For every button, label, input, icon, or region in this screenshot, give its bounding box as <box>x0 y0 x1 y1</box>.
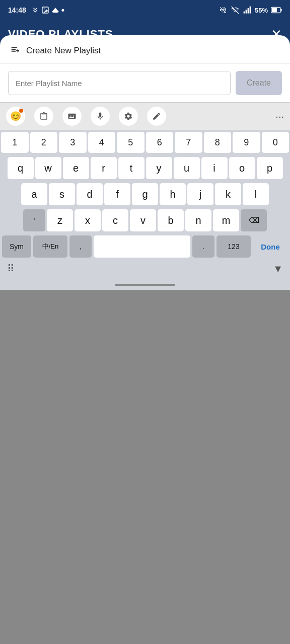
key-6[interactable]: 6 <box>146 132 174 153</box>
key-1[interactable]: 1 <box>1 132 29 153</box>
key-2[interactable]: 2 <box>30 132 58 153</box>
key-y[interactable]: y <box>146 157 172 179</box>
period-key[interactable]: . <box>192 235 214 258</box>
key-d[interactable]: d <box>77 183 103 205</box>
main-content: Create New Playlist No Playlists found. … <box>0 48 290 290</box>
key-l[interactable]: l <box>243 183 269 205</box>
key-n[interactable]: n <box>185 209 211 231</box>
letter-row-2: a s d f g h j k l <box>0 181 290 207</box>
key-j[interactable]: j <box>187 183 213 205</box>
key-a[interactable]: a <box>21 183 47 205</box>
status-time: 14:48 • <box>8 5 64 16</box>
keyboard-nav: ⠿ ▼ <box>0 260 290 280</box>
keyboard-grid-icon[interactable]: ⠿ <box>7 263 15 275</box>
mute-icon <box>219 6 228 14</box>
battery-icon <box>271 7 282 14</box>
svg-rect-6 <box>250 7 251 14</box>
bottom-sheet: Create New Playlist Create 😊 <box>0 35 290 290</box>
key-s[interactable]: s <box>49 183 75 205</box>
key-3[interactable]: 3 <box>59 132 87 153</box>
keyboard-toolbar: 😊 ··· <box>0 102 290 130</box>
sheet-title: Create New Playlist <box>26 46 101 56</box>
status-icons: 55% <box>219 6 282 14</box>
key-4[interactable]: 4 <box>88 132 116 153</box>
key-o[interactable]: o <box>229 157 255 179</box>
status-bar: 14:48 • 55% <box>0 0 290 20</box>
done-key[interactable]: Done <box>253 235 288 258</box>
key-k[interactable]: k <box>215 183 241 205</box>
wifi-icon <box>231 6 240 14</box>
playlist-name-input[interactable] <box>8 71 231 95</box>
svg-rect-4 <box>246 10 247 13</box>
mic-button[interactable] <box>91 107 110 126</box>
emoji-dot <box>19 109 23 113</box>
key-r[interactable]: r <box>91 157 117 179</box>
key-v[interactable]: v <box>130 209 156 231</box>
svg-rect-9 <box>280 9 281 11</box>
key-i[interactable]: i <box>201 157 228 179</box>
home-indicator <box>0 280 290 290</box>
key-f[interactable]: f <box>104 183 130 205</box>
backspace-key[interactable]: ⌫ <box>241 209 267 231</box>
settings-button[interactable] <box>119 107 138 126</box>
key-b[interactable]: b <box>158 209 184 231</box>
sheet-playlist-icon <box>10 44 21 57</box>
key-h[interactable]: h <box>160 183 186 205</box>
battery-display: 55% <box>255 7 268 14</box>
comma-key[interactable]: , <box>69 235 92 258</box>
gallery-icon <box>41 6 49 14</box>
key-x[interactable]: x <box>75 209 101 231</box>
svg-rect-8 <box>272 8 277 12</box>
key-p[interactable]: p <box>257 157 283 179</box>
key-w[interactable]: w <box>35 157 61 179</box>
num-key[interactable]: 123 <box>216 235 251 258</box>
key-c[interactable]: c <box>102 209 128 231</box>
key-m[interactable]: m <box>213 209 239 231</box>
key-0[interactable]: 0 <box>262 132 289 153</box>
notification-icon <box>31 6 39 14</box>
key-5[interactable]: 5 <box>117 132 144 153</box>
keyboard-hide-button[interactable]: ▼ <box>273 263 283 275</box>
function-row: Sym 中/En , . 123 Done <box>0 233 290 260</box>
sym-key[interactable]: Sym <box>2 235 31 258</box>
time-display: 14:48 <box>8 6 26 14</box>
clipboard-button[interactable] <box>34 107 53 126</box>
key-9[interactable]: 9 <box>233 132 260 153</box>
svg-rect-3 <box>244 12 245 14</box>
key-t[interactable]: t <box>118 157 144 179</box>
key-apostrophe[interactable]: ' <box>23 209 45 231</box>
letter-row-1: q w e r t y u i o p <box>0 155 290 181</box>
space-key[interactable] <box>94 235 190 258</box>
key-8[interactable]: 8 <box>204 132 232 153</box>
key-z[interactable]: z <box>47 209 73 231</box>
input-row: Create <box>0 64 290 102</box>
key-q[interactable]: q <box>8 157 34 179</box>
sheet-header: Create New Playlist <box>0 35 290 64</box>
emoji-button[interactable]: 😊 <box>6 107 25 126</box>
svg-point-1 <box>43 9 44 10</box>
lang-key[interactable]: 中/En <box>33 235 67 258</box>
number-row: 1 2 3 4 5 6 7 8 9 0 <box>0 130 290 155</box>
create-button[interactable]: Create <box>236 71 282 95</box>
signal-icon <box>243 6 252 14</box>
more-tools-button[interactable]: ··· <box>275 111 284 122</box>
letter-row-3: ' z x c v b n m ⌫ <box>0 207 290 233</box>
hat-icon <box>51 6 59 14</box>
key-g[interactable]: g <box>132 183 158 205</box>
home-bar <box>115 284 175 286</box>
keyboard-toggle-button[interactable] <box>62 107 82 126</box>
key-u[interactable]: u <box>174 157 200 179</box>
key-7[interactable]: 7 <box>175 132 202 153</box>
key-e[interactable]: e <box>63 157 89 179</box>
text-edit-button[interactable] <box>147 107 166 126</box>
svg-rect-5 <box>248 8 249 14</box>
